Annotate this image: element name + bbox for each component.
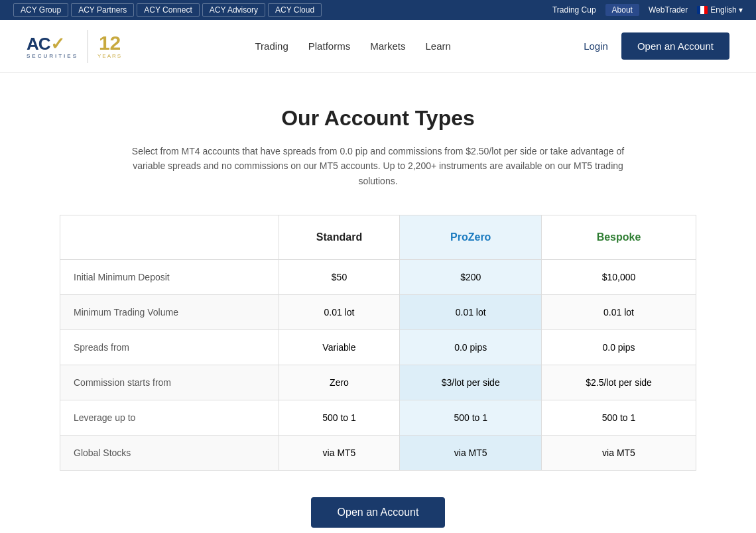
row-bespoke-deposit: $10,000 [542, 260, 696, 295]
row-label-min-volume: Minimum Trading Volume [60, 295, 279, 330]
table-row: Leverage up to 500 to 1 500 to 1 500 to … [60, 400, 696, 436]
topbar-btn-about[interactable]: About [605, 4, 639, 16]
row-standard-spreads: Variable [279, 330, 400, 365]
row-bespoke-spreads: 0.0 pips [542, 330, 696, 365]
table-row: Minimum Trading Volume 0.01 lot 0.01 lot… [60, 295, 696, 330]
account-types-table: Standard ProZero Bespoke Initial Minimum… [60, 215, 696, 471]
logo-divider [88, 30, 88, 63]
cta-area: Open an Account [27, 497, 729, 528]
row-bespoke-leverage: 500 to 1 [542, 400, 696, 436]
language-label: English ▾ [710, 5, 743, 15]
row-standard-leverage: 500 to 1 [279, 400, 400, 436]
row-bespoke-global-stocks: via MT5 [542, 436, 696, 471]
row-standard-min-volume: 0.01 lot [279, 295, 400, 330]
row-standard-commission: Zero [279, 365, 400, 400]
securities-text: SECURITIES [27, 53, 78, 59]
topbar-btn-acy-group[interactable]: ACY Group [13, 3, 68, 17]
top-bar-right: Trading Cup About WebTrader English ▾ [546, 4, 743, 16]
row-label-deposit: Initial Minimum Deposit [60, 260, 279, 295]
page-subtitle: Select from MT4 accounts that have sprea… [129, 144, 627, 188]
row-label-global-stocks: Global Stocks [60, 436, 279, 471]
logo: AC ✓ SECURITIES 12 YEARS [27, 30, 122, 63]
row-prozero-min-volume: 0.01 lot [400, 295, 542, 330]
page-title: Our Account Types [27, 106, 729, 131]
topbar-btn-acy-cloud[interactable]: ACY Cloud [268, 3, 322, 17]
top-bar: ACY Group ACY Partners ACY Connect ACY A… [0, 0, 756, 20]
table-row: Commission starts from Zero $3/lot per s… [60, 365, 696, 400]
years-badge: 12 YEARS [97, 33, 122, 59]
row-bespoke-min-volume: 0.01 lot [542, 295, 696, 330]
table-row: Initial Minimum Deposit $50 $200 $10,000 [60, 260, 696, 295]
row-label-commission: Commission starts from [60, 365, 279, 400]
topbar-btn-acy-partners[interactable]: ACY Partners [71, 3, 134, 17]
row-prozero-deposit: $200 [400, 260, 542, 295]
topbar-btn-acy-advisory[interactable]: ACY Advisory [202, 3, 265, 17]
acy-checkmark-icon: ✓ [50, 34, 65, 54]
row-standard-global-stocks: via MT5 [279, 436, 400, 471]
main-content: Our Account Types Select from MT4 accoun… [0, 73, 756, 533]
header: AC ✓ SECURITIES 12 YEARS Trading Platfor… [0, 20, 756, 73]
years-label: YEARS [97, 53, 122, 59]
table-row: Spreads from Variable 0.0 pips 0.0 pips [60, 330, 696, 365]
acy-wordmark: AC ✓ [27, 34, 65, 54]
row-standard-deposit: $50 [279, 260, 400, 295]
open-account-cta-button[interactable]: Open an Account [311, 497, 446, 528]
row-prozero-spreads: 0.0 pips [400, 330, 542, 365]
row-prozero-commission: $3/lot per side [400, 365, 542, 400]
open-account-header-button[interactable]: Open an Account [621, 32, 729, 60]
language-selector[interactable]: English ▾ [697, 5, 743, 15]
row-bespoke-commission: $2.5/lot per side [542, 365, 696, 400]
topbar-btn-acy-connect[interactable]: ACY Connect [137, 3, 200, 17]
table-row: Global Stocks via MT5 via MT5 via MT5 [60, 436, 696, 471]
top-bar-left: ACY Group ACY Partners ACY Connect ACY A… [13, 3, 322, 17]
row-prozero-leverage: 500 to 1 [400, 400, 542, 436]
nav-platforms[interactable]: Platforms [308, 40, 350, 52]
logo-left: AC ✓ SECURITIES [27, 34, 78, 59]
table-header-standard: Standard [279, 215, 400, 260]
topbar-btn-webtrader[interactable]: WebTrader [642, 4, 694, 16]
flag-icon [697, 6, 708, 14]
table-header-prozero: ProZero [400, 215, 542, 260]
nav-learn[interactable]: Learn [425, 40, 450, 52]
years-number: 12 [99, 33, 121, 53]
nav-markets[interactable]: Markets [370, 40, 405, 52]
login-link[interactable]: Login [584, 40, 608, 52]
acy-letters: AC [27, 34, 50, 54]
topbar-btn-trading-cup[interactable]: Trading Cup [546, 4, 603, 16]
row-label-spreads: Spreads from [60, 330, 279, 365]
header-actions: Login Open an Account [584, 32, 729, 60]
main-nav: Trading Platforms Markets Learn [255, 40, 450, 52]
row-prozero-global-stocks: via MT5 [400, 436, 542, 471]
row-label-leverage: Leverage up to [60, 400, 279, 436]
table-header-empty [60, 215, 279, 260]
table-header-bespoke: Bespoke [542, 215, 696, 260]
nav-trading[interactable]: Trading [255, 40, 288, 52]
